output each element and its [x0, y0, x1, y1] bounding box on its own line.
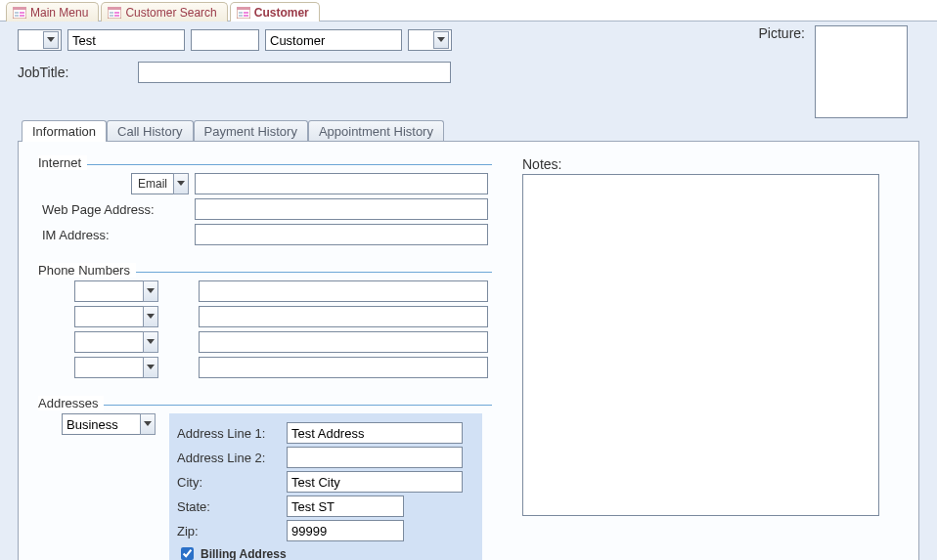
- address-type-dropdown[interactable]: [140, 413, 156, 435]
- svg-rect-15: [244, 12, 248, 14]
- im-label: IM Address:: [42, 228, 189, 242]
- group-legend: Addresses: [38, 396, 104, 410]
- group-addresses: Addresses Address Line 1:: [38, 396, 492, 560]
- email-type-label: Email: [131, 173, 173, 194]
- svg-rect-14: [239, 12, 243, 14]
- tab-call-history[interactable]: Call History: [107, 120, 193, 142]
- phone-type-dropdown[interactable]: [143, 331, 158, 353]
- window-tab-label: Customer: [254, 6, 309, 20]
- first-name-input[interactable]: [67, 29, 185, 51]
- svg-rect-17: [244, 15, 248, 17]
- svg-rect-7: [108, 7, 121, 10]
- addr-zip-label: Zip:: [177, 524, 281, 538]
- window-tab-main-menu[interactable]: Main Menu: [6, 2, 99, 22]
- svg-rect-2: [15, 12, 19, 14]
- tab-label: Payment History: [204, 124, 297, 139]
- svg-marker-20: [177, 181, 185, 186]
- web-input[interactable]: [195, 198, 488, 220]
- address-type-input[interactable]: [62, 413, 140, 435]
- phone-number-input[interactable]: [199, 280, 488, 302]
- svg-rect-8: [110, 12, 113, 14]
- jobtitle-input[interactable]: [138, 62, 451, 83]
- svg-marker-21: [147, 288, 155, 293]
- addr-city-input[interactable]: [287, 471, 463, 493]
- svg-marker-25: [144, 421, 152, 426]
- phone-type-input[interactable]: [74, 331, 143, 353]
- phone-type-dropdown[interactable]: [143, 280, 158, 302]
- dropdown-arrow-icon[interactable]: [43, 31, 59, 49]
- svg-rect-11: [114, 15, 119, 17]
- email-input[interactable]: [195, 173, 488, 194]
- email-type-dropdown[interactable]: [173, 173, 189, 194]
- group-legend: Internet: [38, 155, 87, 170]
- billing-label: Billing Address: [201, 547, 287, 561]
- addr-line2-input[interactable]: [287, 447, 463, 468]
- svg-rect-4: [15, 15, 19, 17]
- group-legend: Phone Numbers: [38, 263, 136, 278]
- phone-type-dropdown[interactable]: [143, 357, 158, 378]
- tab-label: Information: [32, 124, 96, 139]
- addr-zip-input[interactable]: [287, 520, 404, 541]
- phone-number-input[interactable]: [199, 306, 488, 327]
- svg-marker-19: [437, 37, 445, 42]
- svg-marker-18: [47, 37, 55, 42]
- svg-rect-5: [20, 15, 24, 17]
- detail-tabstrip: Information Call History Payment History…: [18, 117, 919, 141]
- tab-payment-history[interactable]: Payment History: [194, 120, 308, 142]
- window-tab-customer[interactable]: Customer: [230, 2, 320, 22]
- form-icon: [13, 7, 26, 19]
- svg-rect-13: [237, 7, 250, 10]
- addr-state-label: State:: [177, 499, 281, 514]
- svg-rect-10: [110, 15, 113, 17]
- phone-type-input[interactable]: [74, 306, 143, 327]
- tab-label: Call History: [117, 124, 182, 139]
- billing-checkbox[interactable]: [181, 547, 194, 560]
- window-tabs: Main Menu Customer Search Customer: [0, 0, 937, 22]
- addr-line1-input[interactable]: [287, 422, 463, 444]
- svg-rect-3: [20, 12, 24, 14]
- svg-rect-16: [239, 15, 243, 17]
- form-icon: [237, 7, 250, 19]
- svg-rect-1: [13, 7, 26, 10]
- phone-type-input[interactable]: [74, 357, 143, 378]
- addr-city-label: City:: [177, 475, 281, 490]
- tab-appointment-history[interactable]: Appointment History: [308, 120, 444, 142]
- window-tab-label: Main Menu: [30, 6, 88, 20]
- svg-rect-9: [114, 12, 119, 14]
- group-phones: Phone Numbers: [38, 263, 492, 386]
- notes-textarea[interactable]: [522, 174, 879, 516]
- picture-frame[interactable]: [815, 25, 908, 118]
- suffix-combo[interactable]: [408, 29, 452, 51]
- address-panel: Address Line 1: Address Line 2: City:: [169, 413, 482, 560]
- phone-type-input[interactable]: [74, 280, 143, 302]
- web-label: Web Page Address:: [42, 202, 189, 217]
- phone-number-input[interactable]: [199, 331, 488, 353]
- window-tab-label: Customer Search: [125, 6, 216, 20]
- addr-state-input[interactable]: [287, 495, 404, 517]
- prefix-combo[interactable]: [18, 29, 62, 51]
- last-name-input[interactable]: [265, 29, 402, 51]
- picture-label: Picture:: [759, 25, 805, 41]
- svg-marker-24: [147, 365, 155, 369]
- group-internet: Internet Email Web Page Address:: [38, 155, 492, 253]
- tab-label: Appointment History: [319, 124, 433, 139]
- svg-marker-22: [147, 314, 155, 319]
- notes-label: Notes:: [522, 156, 879, 172]
- dropdown-arrow-icon[interactable]: [433, 31, 449, 49]
- form-icon: [108, 7, 121, 19]
- phone-number-input[interactable]: [199, 357, 488, 378]
- svg-marker-23: [147, 339, 155, 344]
- addr-line1-label: Address Line 1:: [177, 426, 281, 441]
- addr-line2-label: Address Line 2:: [177, 451, 281, 465]
- im-input[interactable]: [195, 224, 488, 245]
- jobtitle-label: JobTitle:: [18, 65, 130, 80]
- window-tab-customer-search[interactable]: Customer Search: [101, 2, 227, 22]
- phone-type-dropdown[interactable]: [143, 306, 158, 327]
- middle-name-input[interactable]: [191, 29, 259, 51]
- tab-information[interactable]: Information: [22, 120, 107, 142]
- information-page: Internet Email Web Page Address:: [18, 141, 919, 560]
